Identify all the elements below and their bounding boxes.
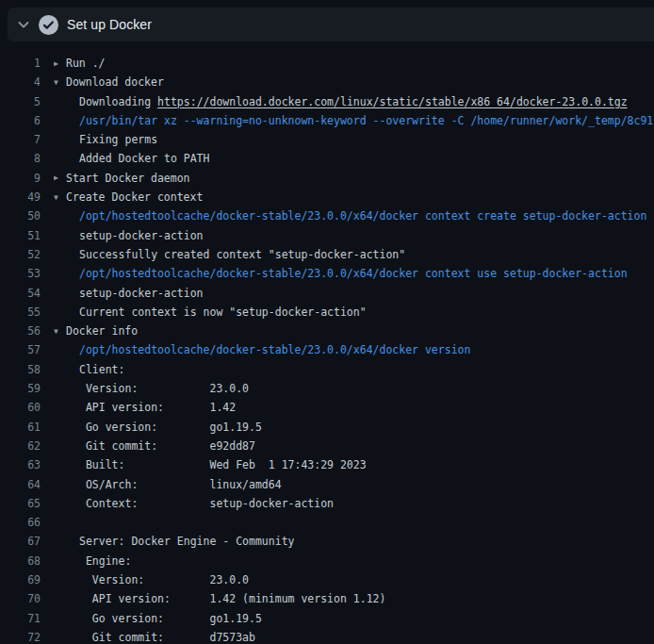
log-line: 67Server: Docker Engine - Community bbox=[0, 532, 654, 551]
group-title: Docker info bbox=[66, 324, 138, 338]
log-text: Current context is now "setup-docker-act… bbox=[54, 303, 367, 322]
line-number[interactable]: 61 bbox=[0, 418, 45, 437]
log-line: 7Fixing perms bbox=[0, 130, 654, 149]
line-number[interactable]: 51 bbox=[0, 226, 45, 245]
line-number[interactable]: 1 bbox=[0, 54, 45, 73]
triangle-right-icon: ▶ bbox=[54, 169, 66, 188]
triangle-right-icon: ▶ bbox=[54, 55, 66, 74]
group-line-body: ▶Run ./ bbox=[54, 54, 106, 73]
line-number[interactable]: 63 bbox=[0, 455, 45, 474]
log-line: 52Successfully created context "setup-do… bbox=[0, 245, 654, 264]
line-number[interactable]: 4 bbox=[0, 73, 45, 91]
log-line: 69 Version: 23.0.0 bbox=[0, 570, 654, 589]
line-number[interactable]: 64 bbox=[0, 475, 45, 494]
line-number[interactable]: 59 bbox=[0, 379, 45, 398]
command-text: /opt/hostedtoolcache/docker-stable/23.0.… bbox=[54, 264, 628, 283]
log-line: 64 OS/Arch: linux/amd64 bbox=[0, 475, 654, 494]
log-line: 50/opt/hostedtoolcache/docker-stable/23.… bbox=[0, 206, 654, 225]
triangle-down-icon: ▼ bbox=[54, 322, 66, 341]
group-line-body: ▼Create Docker context bbox=[54, 188, 203, 206]
line-number[interactable]: 58 bbox=[0, 360, 45, 379]
line-number[interactable]: 69 bbox=[0, 570, 45, 589]
line-number[interactable]: 56 bbox=[0, 322, 45, 340]
log-text-prefix: Downloading bbox=[79, 95, 157, 108]
log-line: 63 Built: Wed Feb 1 17:43:29 2023 bbox=[0, 455, 654, 474]
log-line: 55Current context is now "setup-docker-a… bbox=[0, 303, 654, 322]
log-line: 60 API version: 1.42 bbox=[0, 398, 654, 417]
log-text: OS/Arch: linux/amd64 bbox=[54, 475, 282, 494]
log-line: 54setup-docker-action bbox=[0, 284, 654, 303]
log-viewer: 1▶Run ./4▼Download docker5Downloading ht… bbox=[0, 41, 654, 644]
line-number[interactable]: 52 bbox=[0, 245, 45, 264]
log-line[interactable]: 49▼Create Docker context bbox=[0, 188, 654, 206]
check-circle-icon bbox=[39, 15, 58, 35]
line-number[interactable]: 66 bbox=[0, 513, 45, 532]
line-number[interactable]: 6 bbox=[0, 111, 45, 130]
log-text: Git commit: e92dd87 bbox=[54, 437, 255, 455]
group-title: Run ./ bbox=[66, 57, 106, 70]
log-line: 62 Git commit: e92dd87 bbox=[0, 437, 654, 455]
log-text: Git commit: d7573ab bbox=[54, 628, 255, 644]
log-line: 51setup-docker-action bbox=[0, 226, 654, 245]
log-text: setup-docker-action bbox=[54, 284, 204, 303]
group-line-body: ▼Docker info bbox=[54, 322, 138, 340]
line-number[interactable]: 67 bbox=[0, 532, 45, 551]
log-text: API version: 1.42 bbox=[54, 398, 236, 417]
line-number[interactable]: 8 bbox=[0, 149, 45, 168]
group-title: Download docker bbox=[66, 75, 164, 89]
log-text: Engine: bbox=[54, 552, 131, 570]
log-line: 68 Engine: bbox=[0, 552, 654, 570]
log-line: 6/usr/bin/tar xz --warning=no-unknown-ke… bbox=[0, 111, 654, 130]
log-line: 53/opt/hostedtoolcache/docker-stable/23.… bbox=[0, 264, 654, 283]
log-line[interactable]: 1▶Run ./ bbox=[0, 54, 654, 73]
download-url-link[interactable]: https://download.docker.com/linux/static… bbox=[157, 95, 628, 108]
log-line: 58Client: bbox=[0, 360, 654, 379]
log-line: 57/opt/hostedtoolcache/docker-stable/23.… bbox=[0, 340, 654, 359]
line-number[interactable]: 54 bbox=[0, 284, 45, 303]
line-number[interactable]: 5 bbox=[0, 92, 45, 111]
line-number[interactable]: 49 bbox=[0, 188, 45, 206]
chevron-down-icon bbox=[16, 17, 31, 32]
line-number[interactable]: 57 bbox=[0, 340, 45, 359]
log-line: 65 Context: setup-docker-action bbox=[0, 494, 654, 513]
log-text bbox=[54, 513, 79, 532]
log-line[interactable]: 56▼Docker info bbox=[0, 322, 654, 340]
log-text: Version: 23.0.0 bbox=[54, 570, 249, 589]
line-number[interactable]: 62 bbox=[0, 437, 45, 455]
log-text: Successfully created context "setup-dock… bbox=[54, 245, 405, 264]
line-number[interactable]: 7 bbox=[0, 130, 45, 149]
log-text: API version: 1.42 (minimum version 1.12) bbox=[54, 589, 385, 608]
line-number[interactable]: 70 bbox=[0, 589, 45, 608]
triangle-down-icon: ▼ bbox=[54, 189, 66, 207]
log-line[interactable]: 9▶Start Docker daemon bbox=[0, 169, 654, 188]
log-text: Context: setup-docker-action bbox=[54, 494, 334, 513]
log-line[interactable]: 4▼Download docker bbox=[0, 73, 654, 91]
triangle-down-icon: ▼ bbox=[54, 74, 66, 92]
log-text: Downloading https://download.docker.com/… bbox=[54, 92, 628, 111]
group-line-body: ▶Start Docker daemon bbox=[54, 169, 190, 188]
step-header[interactable]: Set up Docker bbox=[8, 8, 654, 41]
command-text: /opt/hostedtoolcache/docker-stable/23.0.… bbox=[54, 340, 470, 359]
log-text: Built: Wed Feb 1 17:43:29 2023 bbox=[54, 455, 367, 474]
log-line: 71 Go version: go1.19.5 bbox=[0, 609, 654, 628]
log-text: Go version: go1.19.5 bbox=[54, 418, 262, 437]
line-number[interactable]: 60 bbox=[0, 398, 45, 417]
line-number[interactable]: 71 bbox=[0, 609, 45, 628]
group-title: Start Docker daemon bbox=[66, 172, 190, 185]
line-number[interactable]: 65 bbox=[0, 494, 45, 513]
line-number[interactable]: 68 bbox=[0, 552, 45, 570]
log-text: setup-docker-action bbox=[54, 226, 204, 245]
line-number[interactable]: 53 bbox=[0, 264, 45, 283]
group-title: Create Docker context bbox=[66, 190, 203, 204]
line-number[interactable]: 72 bbox=[0, 628, 45, 644]
log-line: 5Downloading https://download.docker.com… bbox=[0, 92, 654, 111]
command-text: /usr/bin/tar xz --warning=no-unknown-key… bbox=[54, 111, 653, 130]
log-line: 70 API version: 1.42 (minimum version 1.… bbox=[0, 589, 654, 608]
line-number[interactable]: 50 bbox=[0, 206, 45, 225]
step-title: Set up Docker bbox=[67, 17, 152, 32]
line-number[interactable]: 55 bbox=[0, 303, 45, 322]
line-number[interactable]: 9 bbox=[0, 169, 45, 188]
log-line: 61 Go version: go1.19.5 bbox=[0, 418, 654, 437]
log-text: Go version: go1.19.5 bbox=[54, 609, 262, 628]
command-text: /opt/hostedtoolcache/docker-stable/23.0.… bbox=[54, 206, 646, 225]
